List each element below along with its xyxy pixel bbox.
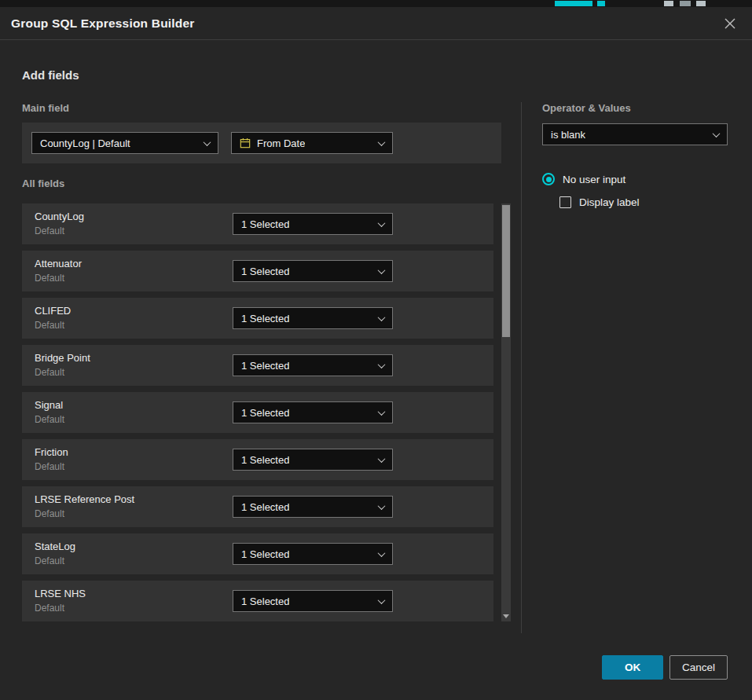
checkbox-icon (559, 196, 571, 208)
field-selection-value: 1 Selected (241, 360, 289, 372)
no-user-input-radio[interactable]: No user input (542, 173, 728, 185)
scrollbar-thumb[interactable] (502, 205, 510, 337)
main-field-select-value: From Date (257, 137, 305, 149)
background-fragment (555, 1, 592, 6)
all-fields-list: CountyLog Default 1 Selected Attenuator … (22, 203, 493, 621)
field-selection-value: 1 Selected (241, 501, 289, 513)
chevron-down-icon (378, 502, 386, 510)
field-row: CLIFED Default 1 Selected (22, 298, 493, 339)
chevron-down-icon (378, 313, 386, 321)
scrollbar[interactable] (501, 203, 511, 621)
dialog-title: Group SQL Expression Builder (11, 16, 195, 31)
ok-button[interactable]: OK (602, 655, 663, 680)
field-selection-value: 1 Selected (241, 407, 289, 419)
background-fragment-icon (664, 1, 673, 6)
chevron-down-icon (378, 455, 386, 463)
chevron-down-icon (378, 408, 386, 416)
operator-select[interactable]: is blank (542, 123, 728, 145)
field-selection-dropdown[interactable]: 1 Selected (233, 401, 393, 423)
chevron-down-icon (378, 549, 386, 557)
field-row: StateLog Default 1 Selected (22, 533, 493, 574)
chevron-down-icon (378, 219, 386, 227)
background-fragment-icon (680, 1, 691, 6)
dialog-header: Group SQL Expression Builder (0, 7, 752, 40)
field-row: Signal Default 1 Selected (22, 392, 493, 433)
field-selection-value: 1 Selected (241, 266, 289, 277)
main-field-label: Main field (22, 102, 511, 114)
field-selection-dropdown[interactable]: 1 Selected (233, 543, 393, 565)
field-selection-dropdown[interactable]: 1 Selected (233, 213, 393, 235)
chevron-down-icon (378, 266, 386, 274)
operator-values-column: Operator & Values is blank No user input… (542, 102, 728, 208)
add-fields-heading: Add fields (22, 68, 728, 82)
close-icon[interactable] (719, 13, 741, 35)
field-selection-value: 1 Selected (241, 313, 289, 324)
field-row: Bridge Point Default 1 Selected (22, 345, 493, 386)
fields-column: Main field CountyLog | Default (22, 102, 511, 621)
scroll-down-arrow-icon[interactable] (503, 614, 509, 618)
all-fields-label: All fields (22, 178, 511, 189)
radio-selected-icon (542, 173, 555, 185)
main-field-row: CountyLog | Default From Date (22, 123, 501, 163)
radio-label: No user input (563, 174, 625, 185)
chevron-down-icon (378, 138, 386, 146)
main-field-select[interactable]: From Date (231, 132, 393, 154)
layer-select-value: CountyLog | Default (40, 137, 130, 149)
field-selection-value: 1 Selected (241, 548, 289, 560)
cancel-button[interactable]: Cancel (669, 655, 728, 680)
field-row: Friction Default 1 Selected (22, 439, 493, 480)
layer-select[interactable]: CountyLog | Default (31, 132, 218, 154)
dialog-body: Add fields Main field CountyLog | Defaul… (0, 40, 752, 700)
field-selection-dropdown[interactable]: 1 Selected (233, 496, 393, 518)
field-row: LRSE NHS Default 1 Selected (22, 581, 493, 621)
background-window-fragment (0, 0, 752, 7)
chevron-down-icon (378, 361, 386, 368)
chevron-down-icon (378, 596, 386, 604)
field-selection-value: 1 Selected (241, 218, 289, 230)
field-selection-dropdown[interactable]: 1 Selected (233, 590, 393, 612)
field-row: Attenuator Default 1 Selected (22, 251, 493, 291)
dialog-footer: OK Cancel (602, 655, 728, 680)
field-selection-value: 1 Selected (241, 454, 289, 466)
checkbox-label: Display label (579, 196, 640, 208)
field-row: CountyLog Default 1 Selected (22, 203, 493, 244)
chevron-down-icon (204, 138, 211, 146)
operator-values-label: Operator & Values (542, 102, 728, 114)
background-fragment-icon (696, 1, 706, 6)
field-selection-dropdown[interactable]: 1 Selected (233, 354, 393, 376)
chevron-down-icon (713, 130, 721, 137)
display-label-checkbox[interactable]: Display label (559, 196, 728, 208)
field-selection-dropdown[interactable]: 1 Selected (233, 307, 393, 329)
calendar-icon (240, 137, 251, 148)
field-selection-dropdown[interactable]: 1 Selected (233, 449, 393, 471)
column-divider (521, 102, 522, 633)
field-selection-value: 1 Selected (241, 596, 289, 607)
background-fragment (597, 1, 605, 6)
group-sql-expression-builder-dialog: Group SQL Expression Builder Add fields … (0, 7, 752, 700)
field-row: LRSE Reference Post Default 1 Selected (22, 486, 493, 527)
operator-select-value: is blank (551, 129, 585, 141)
field-selection-dropdown[interactable]: 1 Selected (233, 260, 393, 282)
